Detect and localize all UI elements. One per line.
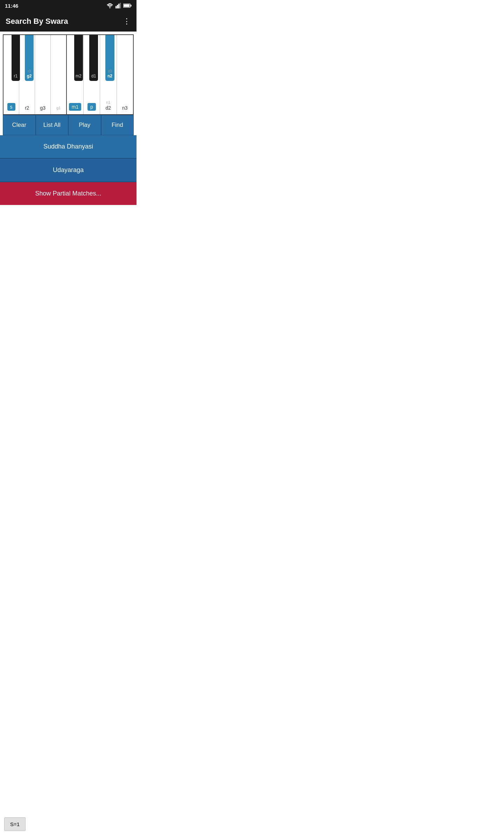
result-list: Suddha Dhanyasi Udayaraga Show Partial M… [0,135,136,205]
app-bar: Search By Swara ⋮ [0,11,136,32]
key-m2[interactable]: m2 [74,35,83,81]
svg-point-0 [110,8,110,8]
find-button[interactable]: Find [101,115,134,135]
status-time: 11:46 [5,3,18,9]
key-g1[interactable]: g1 [51,35,66,114]
signal-icon [115,3,121,8]
action-buttons-row: Clear List All Play Find [3,115,134,135]
piano: s r2 g3 g1 r1 r3 g2 [3,34,134,115]
list-all-button[interactable]: List All [36,115,69,135]
result-udayaraga[interactable]: Udayaraga [0,159,136,182]
battery-icon [123,3,132,8]
svg-rect-2 [117,5,118,8]
key-d2-label: d2 [106,105,111,111]
key-g3[interactable]: g3 [35,35,51,114]
key-d2-sublabel: n1 [106,100,110,104]
key-g1-sublabel: g1 [56,106,61,110]
key-g3-label: g3 [40,105,46,111]
key-r1-label: r1 [14,74,18,78]
key-p-label: p [88,103,96,111]
key-n2-label: n2 [107,74,112,78]
key-g2-label: g2 [27,74,31,78]
key-n3-label: n3 [122,105,128,111]
svg-rect-1 [115,6,117,8]
key-n2[interactable]: d3 n2 [105,35,114,81]
svg-rect-7 [131,5,132,6]
result-suddha-dhanyasi[interactable]: Suddha Dhanyasi [0,135,136,159]
piano-left-section: s r2 g3 g1 r1 r3 g2 [4,35,67,114]
app-bar-title: Search By Swara [6,17,68,26]
key-d1[interactable]: d1 [89,35,98,81]
clear-button[interactable]: Clear [3,115,36,135]
wifi-icon [106,3,113,8]
key-s-label: s [7,103,15,111]
key-m1-label: m1 [69,103,81,111]
key-g2-sublabel: r3 [28,69,31,73]
svg-rect-3 [118,4,119,8]
key-r1[interactable]: r1 [12,35,20,81]
key-n2-sublabel: d3 [108,69,112,73]
key-r2-label: r2 [25,105,29,111]
more-options-icon[interactable]: ⋮ [123,17,131,26]
piano-right-section: m1 p n1 d2 n3 m2 d1 [67,35,133,114]
svg-rect-6 [124,4,130,7]
key-d1-label: d1 [91,74,96,78]
key-m2-label: m2 [76,74,82,78]
key-g2[interactable]: r3 g2 [25,35,34,81]
play-button[interactable]: Play [68,115,101,135]
key-n3[interactable]: n3 [117,35,133,114]
svg-rect-4 [120,3,121,8]
result-partial-matches[interactable]: Show Partial Matches... [0,182,136,205]
status-icons [106,3,132,8]
status-bar: 11:46 [0,0,136,11]
